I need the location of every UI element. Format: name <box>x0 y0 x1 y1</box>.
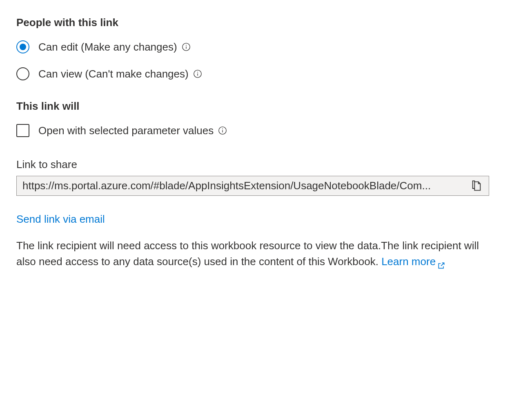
share-dialog: People with this link Can edit (Make any… <box>16 16 516 270</box>
access-description: The link recipient will need access to t… <box>16 238 489 270</box>
permissions-radio-group: Can edit (Make any changes) Can view (Ca… <box>16 40 516 80</box>
learn-more-label: Learn more <box>381 255 436 268</box>
checkbox-box <box>16 124 29 137</box>
info-icon[interactable] <box>193 69 203 79</box>
svg-point-4 <box>197 72 198 73</box>
radio-can-edit-label: Can edit (Make any changes) <box>38 41 177 53</box>
radio-circle-selected <box>16 40 29 53</box>
permissions-heading: People with this link <box>16 16 516 29</box>
link-input-wrapper <box>16 176 489 196</box>
radio-can-view[interactable]: Can view (Can't make changes) <box>16 67 516 80</box>
learn-more-link[interactable]: Learn more <box>381 255 445 268</box>
link-to-share-label: Link to share <box>16 158 516 171</box>
info-icon[interactable] <box>218 126 227 135</box>
radio-circle-unselected <box>16 67 29 80</box>
radio-can-view-label: Can view (Can't make changes) <box>38 68 189 80</box>
link-settings-heading: This link will <box>16 100 516 113</box>
send-link-via-email[interactable]: Send link via email <box>16 213 105 226</box>
external-link-icon <box>437 258 445 266</box>
info-icon[interactable] <box>181 42 191 52</box>
share-link-input[interactable] <box>22 179 466 192</box>
svg-point-7 <box>222 128 223 129</box>
open-with-params-checkbox[interactable]: Open with selected parameter values <box>16 124 516 137</box>
copy-icon[interactable] <box>471 180 483 192</box>
radio-can-edit[interactable]: Can edit (Make any changes) <box>16 40 516 53</box>
svg-point-1 <box>186 45 187 46</box>
open-with-params-label: Open with selected parameter values <box>38 124 214 137</box>
